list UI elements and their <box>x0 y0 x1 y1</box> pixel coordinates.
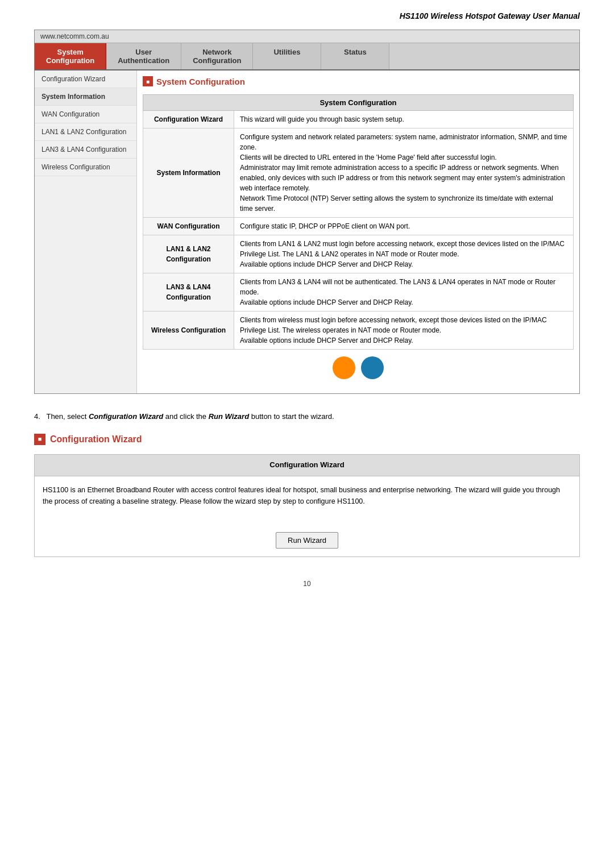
sidebar-item-wizard[interactable]: Configuration Wizard <box>35 70 136 88</box>
nav-tabs: SystemConfiguration UserAuthentication N… <box>35 43 579 70</box>
wizard-section-title-text: Configuration Wizard <box>50 432 142 447</box>
section-title-bar: ■ System Configuration <box>143 76 574 89</box>
section-icon: ■ <box>143 76 153 86</box>
wizard-section-icon: ■ <box>34 434 45 445</box>
sidebar: Configuration Wizard System Information … <box>35 70 137 393</box>
wizard-box: Configuration Wizard HS1100 is an Ethern… <box>34 454 580 557</box>
tab-auth[interactable]: UserAuthentication <box>106 43 181 69</box>
row-label-sysinfo: System Information <box>143 128 234 218</box>
main-content: Configuration Wizard System Information … <box>35 70 579 393</box>
wizard-description: HS1100 is an Ethernet Broadband Router w… <box>43 484 571 507</box>
row-desc-lan12: Clients from LAN1 & LAN2 must login befo… <box>234 235 574 273</box>
table-row: Configuration Wizard This wizard will gu… <box>143 111 574 128</box>
step4-text: 4. Then, select Configuration Wizard and… <box>34 411 580 423</box>
table-row: Wireless Configuration Clients from wire… <box>143 312 574 350</box>
wizard-section-title: ■ Configuration Wizard <box>34 432 580 447</box>
sidebar-item-sysinfo[interactable]: System Information <box>35 88 136 106</box>
row-desc-wan: Configure static IP, DHCP or PPPoE clien… <box>234 218 574 235</box>
page-number: 10 <box>34 580 580 588</box>
row-desc-lan34: Clients from LAN3 & LAN4 will not be aut… <box>234 273 574 312</box>
tab-utilities[interactable]: Utilities <box>253 43 321 69</box>
row-desc-wizard: This wizard will guide you through basic… <box>234 111 574 128</box>
table-row: System Information Configure system and … <box>143 128 574 218</box>
table-row: LAN1 & LAN2Configuration Clients from LA… <box>143 235 574 273</box>
wizard-box-footer: Run Wizard <box>35 524 579 556</box>
row-label-lan34: LAN3 & LAN4Configuration <box>143 273 234 312</box>
icon-button-blue[interactable] <box>361 356 384 379</box>
sidebar-item-lan12[interactable]: LAN1 & LAN2 Configuration <box>35 123 136 141</box>
tab-network[interactable]: NetworkConfiguration <box>181 43 253 69</box>
icon-button-orange[interactable] <box>333 356 355 379</box>
row-desc-wireless: Clients from wireless must login before … <box>234 312 574 350</box>
browser-url-bar: www.netcomm.com.au <box>35 30 579 43</box>
sidebar-item-lan34[interactable]: LAN3 & LAN4 Configuration <box>35 141 136 159</box>
browser-frame: www.netcomm.com.au SystemConfiguration U… <box>34 30 580 394</box>
run-wizard-button[interactable]: Run Wizard <box>276 532 338 549</box>
sidebar-item-wan[interactable]: WAN Configuration <box>35 106 136 123</box>
bold-run-wizard: Run Wizard <box>209 412 249 421</box>
content-area: ■ System Configuration System Configurat… <box>137 70 579 393</box>
config-table: System Configuration Configuration Wizar… <box>143 94 574 350</box>
sidebar-item-wireless[interactable]: Wireless Configuration <box>35 159 136 176</box>
tab-system[interactable]: SystemConfiguration <box>35 43 106 69</box>
wizard-box-header: Configuration Wizard <box>35 455 579 476</box>
page-header: HS1100 Wireless Hotspot Gateway User Man… <box>34 11 580 20</box>
icon-buttons-area <box>143 350 574 388</box>
row-label-lan12: LAN1 & LAN2Configuration <box>143 235 234 273</box>
bold-config-wizard: Configuration Wizard <box>89 412 163 421</box>
url-text: www.netcomm.com.au <box>40 32 109 40</box>
row-desc-sysinfo: Configure system and network related par… <box>234 128 574 218</box>
tab-status[interactable]: Status <box>321 43 389 69</box>
section-title-text: System Configuration <box>156 77 245 86</box>
row-label-wireless: Wireless Configuration <box>143 312 234 350</box>
table-row: LAN3 & LAN4Configuration Clients from LA… <box>143 273 574 312</box>
row-label-wan: WAN Configuration <box>143 218 234 235</box>
table-row: WAN Configuration Configure static IP, D… <box>143 218 574 235</box>
step4-section: 4. Then, select Configuration Wizard and… <box>34 411 580 557</box>
wizard-box-body: HS1100 is an Ethernet Broadband Router w… <box>35 476 579 524</box>
table-header: System Configuration <box>143 95 574 111</box>
row-label-wizard: Configuration Wizard <box>143 111 234 128</box>
